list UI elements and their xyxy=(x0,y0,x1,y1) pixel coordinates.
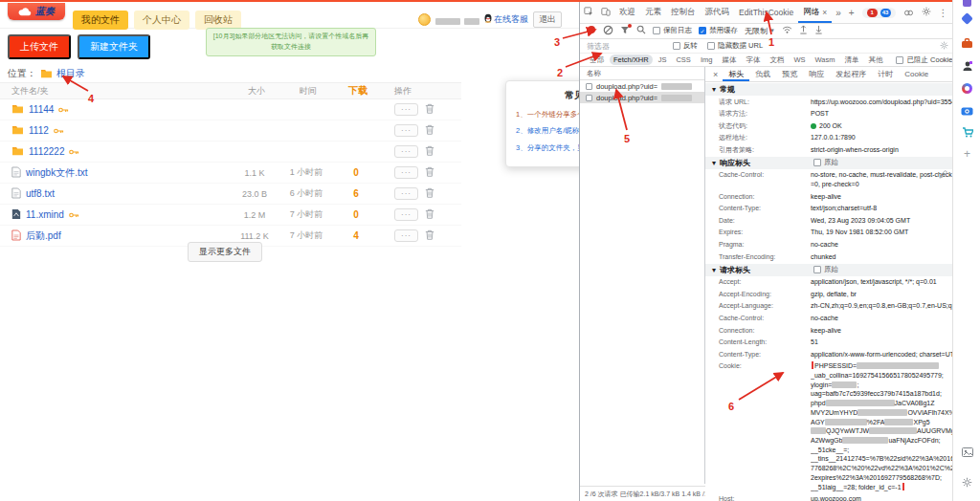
online-service-link[interactable]: 在线客服 xyxy=(484,13,528,26)
section-header-响应标头[interactable]: ▾响应标头原始 xyxy=(705,157,953,169)
trash-icon[interactable] xyxy=(425,145,434,158)
close-tab-icon[interactable]: × xyxy=(822,8,827,17)
user-avatar[interactable] xyxy=(418,13,431,26)
folder-link[interactable]: 1112 xyxy=(29,125,49,136)
pinned-extension-icon[interactable] xyxy=(960,0,974,10)
record-network-log-button[interactable] xyxy=(587,25,596,36)
filter-pill-清单[interactable]: 清单 xyxy=(840,54,862,66)
filter-input[interactable]: 筛选器 xyxy=(587,41,663,52)
filter-pill-JS[interactable]: JS xyxy=(655,54,671,65)
detail-tab-负载[interactable]: 负载 xyxy=(749,67,776,81)
detail-tab-发起程序[interactable]: 发起程序 xyxy=(830,67,872,81)
filter-pill-Img[interactable]: Img xyxy=(697,54,717,65)
request-row-2[interactable]: doupload.php?uid= xyxy=(580,92,704,103)
file-link[interactable]: wingbk文件.txt xyxy=(26,166,87,180)
folder-link[interactable]: 11144 xyxy=(29,104,54,115)
nav-tab-2[interactable]: 个人中心 xyxy=(134,11,189,30)
more-actions-button[interactable]: ··· xyxy=(394,103,418,116)
filter-pill-全部[interactable]: 全部 xyxy=(586,54,608,66)
filter-pill-媒体[interactable]: 媒体 xyxy=(718,54,740,66)
detail-tab-标头[interactable]: 标头 xyxy=(723,67,749,81)
trash-icon[interactable] xyxy=(425,208,434,221)
inspect-element-icon[interactable] xyxy=(580,7,597,18)
sidebar-settings-gear-icon[interactable] xyxy=(960,475,974,490)
devtools-tab-元素[interactable]: 元素 xyxy=(640,2,666,23)
root-directory-link[interactable]: 根目录 xyxy=(56,67,85,80)
tag-extension-icon[interactable] xyxy=(960,11,974,26)
more-actions-button[interactable]: ··· xyxy=(394,145,418,158)
preserve-log-checkbox[interactable]: 保留日志 xyxy=(653,26,692,35)
app-logo[interactable]: 蓝奏 xyxy=(8,3,65,20)
filter-pill-其他[interactable]: 其他 xyxy=(864,54,886,66)
devtools-tab-欢迎[interactable]: 欢迎 xyxy=(614,2,640,23)
close-details-icon[interactable]: × xyxy=(709,70,722,79)
trash-icon[interactable] xyxy=(425,103,434,116)
detail-tab-计时[interactable]: 计时 xyxy=(872,67,899,81)
disable-cache-checkbox[interactable]: ✓禁用缓存 xyxy=(699,26,738,35)
add-tab-button[interactable]: + xyxy=(845,8,858,18)
filter-check-1[interactable]: 已阻止 Cookie xyxy=(896,55,952,65)
trash-icon[interactable] xyxy=(425,187,434,200)
edit-header-icon[interactable] xyxy=(939,170,947,181)
filter-pill-字体[interactable]: 字体 xyxy=(742,54,764,66)
device-toolbar-icon[interactable] xyxy=(597,7,614,18)
devtools-tab-控制台[interactable]: 控制台 xyxy=(666,2,701,23)
section-header-常规[interactable]: ▾常规 xyxy=(705,83,953,96)
trash-icon[interactable] xyxy=(425,166,434,179)
file-link[interactable]: utf8.txt xyxy=(26,188,55,199)
devtools-settings-gear-icon[interactable] xyxy=(918,7,935,18)
screenshot-tool-icon[interactable] xyxy=(960,445,974,459)
logout-button[interactable]: 退出 xyxy=(533,11,562,28)
network-settings-gear-icon[interactable] xyxy=(940,41,948,52)
clear-network-log-button[interactable] xyxy=(603,25,613,37)
trash-icon[interactable] xyxy=(425,229,434,242)
invert-filter-checkbox[interactable]: 反转 xyxy=(673,41,698,51)
request-list-name-header[interactable]: 名称 xyxy=(580,67,704,80)
trash-icon[interactable] xyxy=(425,124,434,137)
request-checkbox[interactable] xyxy=(586,83,592,90)
devtools-tab-网络[interactable]: 网络× xyxy=(798,2,832,23)
toolbox-extension-icon[interactable] xyxy=(960,36,974,51)
tab-overflow-chevron[interactable]: » xyxy=(832,8,845,18)
show-more-files-button[interactable]: 显示更多文件 xyxy=(188,242,262,262)
section-header-请求标头[interactable]: ▾请求标头原始 xyxy=(705,264,953,276)
more-actions-button[interactable]: ··· xyxy=(394,208,418,221)
filter-funnel-icon[interactable] xyxy=(620,26,630,36)
more-actions-button[interactable]: ··· xyxy=(394,166,418,179)
camera-extension-icon[interactable] xyxy=(960,103,974,118)
hide-data-url-checkbox[interactable]: 隐藏数据 URL xyxy=(707,41,763,51)
filter-pill-Wasm[interactable]: Wasm xyxy=(811,54,838,65)
more-actions-button[interactable]: ··· xyxy=(394,187,418,200)
request-row-1[interactable]: doupload.php?uid= xyxy=(580,80,704,92)
throttling-dropdown[interactable]: 无限制▼ xyxy=(745,26,775,36)
raw-toggle[interactable]: 原始 xyxy=(813,265,838,274)
raw-toggle[interactable]: 原始 xyxy=(813,158,838,167)
filter-pill-Fetch/XHR[interactable]: Fetch/XHR xyxy=(610,54,653,65)
colorful-ring-extension-icon[interactable] xyxy=(960,81,974,96)
devtools-tab-源代码[interactable]: 源代码 xyxy=(701,2,735,23)
devtools-tab-EditThisCookie[interactable]: EditThisCookie xyxy=(734,2,798,23)
filter-pill-WS[interactable]: WS xyxy=(790,54,809,65)
nav-tab-3[interactable]: 回收站 xyxy=(195,11,241,30)
link-icon[interactable] xyxy=(900,8,918,18)
request-checkbox[interactable] xyxy=(586,95,592,101)
detail-tab-响应[interactable]: 响应 xyxy=(803,67,830,81)
devtools-kebab-menu-icon[interactable]: ⋮ xyxy=(935,8,952,18)
file-link[interactable]: 后勤.pdf xyxy=(26,229,61,243)
cart-extension-icon[interactable] xyxy=(960,125,974,140)
import-har-icon[interactable] xyxy=(799,25,808,36)
search-icon[interactable] xyxy=(636,25,646,36)
network-conditions-icon[interactable] xyxy=(782,26,792,35)
nav-tab-1[interactable]: 我的文件 xyxy=(73,11,128,30)
issue-badges[interactable]: 1 43 xyxy=(862,8,896,18)
more-actions-button[interactable]: ··· xyxy=(394,124,418,137)
profile-extension-icon[interactable] xyxy=(960,58,974,73)
filter-pill-文档[interactable]: 文档 xyxy=(766,54,788,66)
add-extension-button[interactable]: + xyxy=(960,146,974,161)
detail-tab-Cookie[interactable]: Cookie xyxy=(899,68,934,80)
detail-tab-预览[interactable]: 预览 xyxy=(776,67,803,81)
folder-link[interactable]: 1112222 xyxy=(29,146,64,157)
new-folder-button[interactable]: 新建文件夹 xyxy=(78,34,150,59)
more-actions-button[interactable]: ··· xyxy=(394,229,418,242)
file-link[interactable]: 11.xmind xyxy=(26,209,64,220)
